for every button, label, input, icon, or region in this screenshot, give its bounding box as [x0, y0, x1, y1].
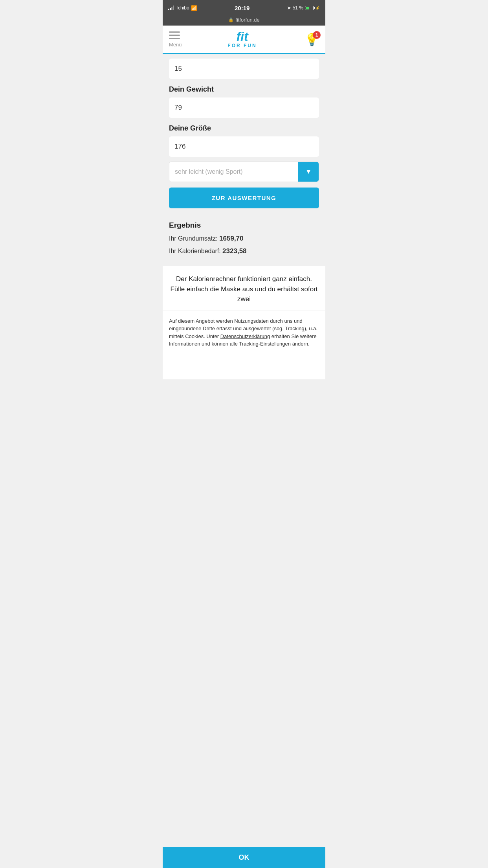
kalorienbedarf-line: Ihr Kalorienbedarf: 2323,58	[169, 246, 319, 256]
results-title: Ergebnis	[169, 221, 319, 230]
battery-icon	[305, 6, 314, 10]
notification-badge: 1	[313, 31, 321, 39]
logo-main: fit	[227, 30, 257, 43]
weight-label: Dein Gewicht	[169, 85, 319, 94]
kalorienbedarf-value: 2323,58	[222, 247, 246, 255]
wifi-icon: 📶	[191, 5, 197, 11]
results-section: Ergebnis Ihr Grundumsatz: 1659,70 Ihr Ka…	[163, 215, 325, 266]
battery-percent: 51 %	[293, 5, 303, 11]
carrier-label: Tchibo	[176, 5, 189, 11]
chevron-down-icon: ▼	[305, 168, 312, 175]
height-label: Deine Größe	[169, 124, 319, 132]
grundumsatz-label: Ihr Grundumsatz:	[169, 235, 218, 242]
privacy-link[interactable]: Datenschutzerklärung	[220, 333, 270, 339]
logo-sub: FOR FUN	[227, 43, 257, 48]
submit-button[interactable]: ZUR AUSWERTUNG	[169, 188, 319, 208]
main-content: Dein Gewicht Deine Größe sehr leicht (we…	[163, 54, 325, 379]
lock-icon: 🔒	[228, 17, 234, 22]
menu-line-1	[169, 31, 180, 33]
location-icon: ➤	[287, 5, 291, 11]
charging-icon: ⚡	[315, 6, 320, 10]
notification-area[interactable]: 💡 1	[305, 33, 319, 46]
time-label: 20:19	[235, 5, 250, 11]
logo: fit FOR FUN	[227, 30, 257, 48]
menu-button[interactable]: Menü	[169, 31, 180, 48]
cookie-text: Auf diesem Angebot werden Nutzungsdaten …	[169, 317, 319, 348]
menu-label: Menü	[169, 42, 180, 48]
url-bar: 🔒 fitforfun.de	[163, 16, 325, 26]
form-section: Dein Gewicht Deine Größe sehr leicht (we…	[163, 54, 325, 215]
dropdown-placeholder: sehr leicht (wenig Sport)	[169, 162, 298, 182]
grundumsatz-line: Ihr Grundumsatz: 1659,70	[169, 234, 319, 244]
weight-input[interactable]	[169, 97, 319, 118]
grundumsatz-value: 1659,70	[219, 235, 243, 242]
dropdown-btn[interactable]: ▼	[298, 162, 319, 182]
age-input[interactable]	[169, 59, 319, 79]
activity-dropdown[interactable]: sehr leicht (wenig Sport) ▼	[169, 162, 319, 182]
signal-icon	[168, 6, 174, 10]
kalorienbedarf-label: Ihr Kalorienbedarf:	[169, 248, 221, 254]
first-input-wrapper	[169, 59, 319, 81]
menu-line-3	[169, 38, 180, 39]
url-text: fitforfun.de	[235, 17, 259, 23]
cookie-banner: Auf diesem Angebot werden Nutzungsdaten …	[163, 311, 325, 379]
status-right: ➤ 51 % ⚡	[287, 5, 320, 11]
menu-line-2	[169, 35, 180, 36]
status-left: Tchibo 📶	[168, 5, 197, 11]
description-text: Der Kalorienrechner funktioniert ganz ei…	[169, 274, 319, 304]
height-input[interactable]	[169, 136, 319, 157]
description-section: Der Kalorienrechner funktioniert ganz ei…	[163, 266, 325, 311]
status-bar: Tchibo 📶 20:19 ➤ 51 % ⚡	[163, 0, 325, 16]
header: Menü fit FOR FUN 💡 1	[163, 26, 325, 54]
